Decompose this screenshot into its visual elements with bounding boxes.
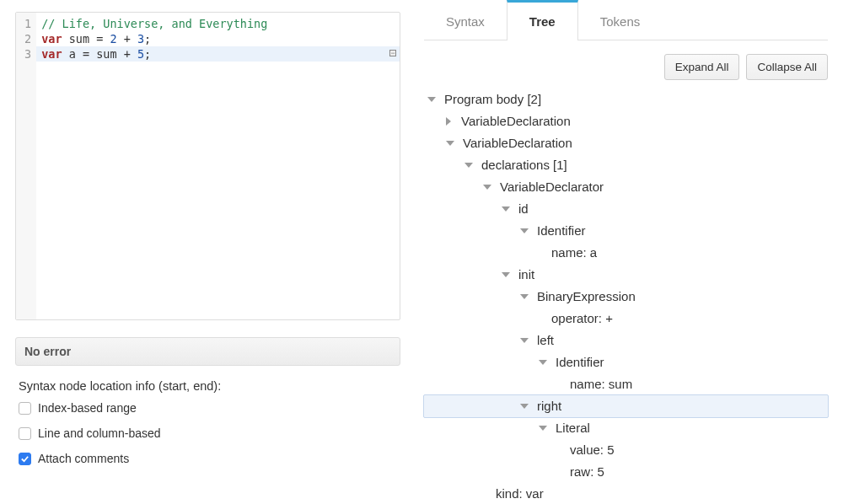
tree-node-label: Identifier — [556, 351, 604, 373]
line-number: 3 — [24, 46, 31, 62]
tree-node-label: Program body [2] — [444, 88, 541, 110]
tree-row[interactable]: value: 5 — [424, 439, 828, 461]
checkbox-icon[interactable] — [19, 453, 31, 465]
chevron-down-icon[interactable] — [464, 163, 473, 168]
chevron-down-icon[interactable] — [483, 185, 491, 190]
tree-node-label: declarations [1] — [481, 154, 567, 176]
tree-node-label: init — [518, 264, 534, 286]
tree-row[interactable]: Program body [2] — [424, 88, 828, 110]
option-row[interactable]: Index-based range — [19, 401, 397, 415]
tree-node-label: kind: var — [496, 483, 544, 504]
arrow-spacer — [557, 380, 566, 389]
tree-node-label: raw: 5 — [570, 461, 604, 483]
tree-node-label: name: a — [551, 242, 597, 264]
option-label: Index-based range — [38, 401, 137, 415]
code-line[interactable]: var a = sum + 5; — [41, 46, 395, 62]
code-line[interactable]: var sum = 2 + 3; — [41, 31, 395, 46]
code-token: + — [117, 32, 137, 46]
code-token: var — [41, 32, 62, 46]
tree-row[interactable]: Identifier — [424, 351, 828, 373]
tree-row[interactable]: raw: 5 — [424, 461, 828, 483]
tree-row[interactable]: left — [424, 330, 828, 351]
tree-node-label: VariableDeclaration — [463, 132, 572, 154]
tree-node-label: value: 5 — [570, 439, 615, 461]
tree-row[interactable]: VariableDeclarator — [424, 176, 828, 198]
option-label: Attach comments — [38, 452, 129, 465]
line-gutter: 123 — [16, 13, 36, 319]
tree-row[interactable]: init — [424, 264, 828, 286]
code-editor[interactable]: 123 // Life, Universe, and Everythingvar… — [15, 12, 400, 320]
chevron-down-icon[interactable] — [520, 294, 529, 299]
status-bar: No error — [15, 337, 400, 366]
ast-tree[interactable]: Program body [2]VariableDeclarationVaria… — [424, 88, 828, 504]
chevron-down-icon[interactable] — [539, 360, 547, 365]
option-label: Line and column-based — [38, 426, 161, 440]
chevron-down-icon[interactable] — [520, 404, 529, 409]
code-token: var — [41, 47, 62, 61]
line-number: 2 — [24, 31, 31, 46]
tree-row[interactable]: VariableDeclaration — [424, 132, 828, 154]
code-token: 2 — [110, 32, 116, 46]
tree-row[interactable]: operator: + — [424, 308, 828, 330]
tree-node-label: id — [518, 198, 529, 220]
code-line[interactable]: // Life, Universe, and Everything — [41, 16, 395, 31]
arrow-spacer — [539, 249, 548, 258]
arrow-spacer — [557, 468, 566, 477]
option-row[interactable]: Attach comments — [19, 452, 397, 465]
tree-row[interactable]: VariableDeclaration — [424, 110, 828, 132]
expand-all-button[interactable]: Expand All — [664, 54, 740, 80]
tree-node-label: BinaryExpression — [537, 286, 636, 308]
chevron-down-icon[interactable] — [520, 228, 529, 233]
code-token: ; — [144, 32, 151, 46]
tree-node-label: name: sum — [570, 373, 632, 395]
arrow-spacer — [483, 490, 492, 499]
chevron-down-icon[interactable] — [502, 272, 510, 277]
tree-row[interactable]: name: sum — [424, 373, 828, 395]
options-title: Syntax node location info (start, end): — [19, 379, 397, 393]
code-token: // Life, Universe, and Everything — [41, 17, 267, 30]
option-row[interactable]: Line and column-based — [19, 426, 397, 440]
tree-row[interactable]: kind: var — [424, 483, 828, 504]
arrow-spacer — [539, 314, 548, 324]
tab-syntax[interactable]: Syntax — [424, 0, 507, 40]
chevron-down-icon[interactable] — [520, 338, 529, 343]
tree-node-label: right — [537, 395, 561, 417]
code-token: sum = — [62, 32, 110, 46]
tree-row[interactable]: id — [424, 198, 828, 220]
checkbox-icon[interactable] — [19, 427, 31, 440]
tree-node-label: left — [537, 330, 554, 351]
chevron-down-icon[interactable] — [427, 97, 436, 102]
collapse-all-button[interactable]: Collapse All — [746, 54, 828, 80]
tab-tokens[interactable]: Tokens — [578, 0, 663, 40]
chevron-down-icon[interactable] — [539, 426, 547, 431]
options-panel: Syntax node location info (start, end): … — [15, 379, 400, 465]
tree-row[interactable]: right — [423, 394, 829, 418]
code-token: ; — [144, 47, 151, 61]
tree-row[interactable]: Identifier — [424, 220, 828, 242]
tab-tree[interactable]: Tree — [507, 0, 578, 40]
chevron-down-icon[interactable] — [502, 206, 510, 212]
tree-node-label: VariableDeclaration — [461, 110, 571, 132]
chevron-right-icon[interactable] — [446, 117, 451, 126]
code-token: a = sum + — [62, 47, 137, 61]
chevron-down-icon[interactable] — [446, 141, 454, 146]
tree-node-label: Literal — [556, 417, 590, 439]
code-token: 3 — [137, 32, 144, 46]
tree-node-label: operator: + — [551, 308, 613, 330]
tree-node-label: VariableDeclarator — [500, 176, 604, 198]
tree-row[interactable]: declarations [1] — [424, 154, 828, 176]
tree-node-label: Identifier — [537, 220, 586, 242]
line-number: 1 — [24, 16, 31, 31]
tree-row[interactable]: name: a — [424, 242, 828, 264]
tree-row[interactable]: BinaryExpression — [424, 286, 828, 308]
tabs: SyntaxTreeTokens — [424, 0, 828, 40]
arrow-spacer — [557, 446, 566, 455]
checkbox-icon[interactable] — [19, 402, 31, 415]
code-token: 5 — [137, 47, 144, 61]
tree-row[interactable]: Literal — [424, 417, 828, 439]
